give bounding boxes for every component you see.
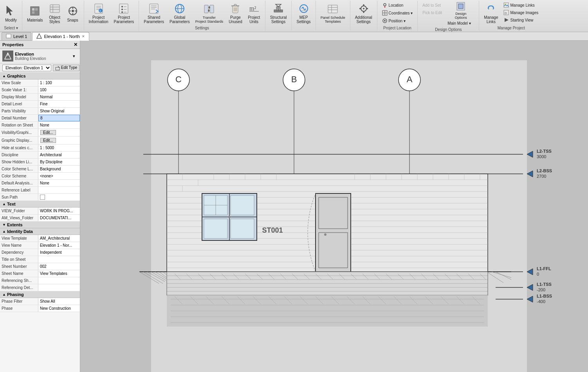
svg-rect-130 — [231, 195, 254, 215]
position-label: Position ▾ — [389, 19, 406, 23]
starting-view-button[interactable]: Starting View — [501, 16, 541, 23]
add-to-set-button[interactable]: Add to Set — [420, 2, 444, 9]
tab-close-elevation1[interactable]: ✕ — [82, 34, 85, 38]
svg-rect-68 — [458, 4, 463, 9]
project-info-label: ProjectInformation — [89, 15, 108, 24]
object-styles-icon — [49, 3, 61, 14]
main-model-label: Main Model ▾ — [447, 21, 471, 25]
global-parameters-button[interactable]: GlobalParameters — [167, 2, 192, 25]
purge-unused-button[interactable]: PurgeUnused — [226, 2, 244, 25]
section-identity[interactable]: ▲ Identity Data — [0, 228, 80, 235]
graphic-display-edit-btn[interactable]: Edit... — [40, 138, 56, 143]
section-text[interactable]: ▲ Text — [0, 201, 80, 208]
tab-level1-label: Level 1 — [13, 34, 27, 39]
prop-sheet-number: Sheet Number002 — [0, 263, 80, 270]
structural-settings-button[interactable]: StructuralSettings — [268, 2, 289, 25]
starting-view-icon — [503, 17, 509, 23]
prop-view-scale: View Scale1 : 100 — [0, 79, 80, 87]
ribbon-group-design-options: Add to Set Pick to Edit DesignOptions Ma… — [418, 1, 479, 31]
starting-view-label: Starting View — [510, 18, 533, 22]
prop-scale-value: Scale Value 1:100 — [0, 87, 80, 94]
visibility-edit-btn[interactable]: Edit... — [40, 130, 56, 135]
type-dropdown-arrow[interactable]: ▾ — [73, 54, 78, 59]
prop-view-folder: VIEW_FolderWORK IN PROG... — [0, 208, 80, 215]
svg-text:L1-BSS: L1-BSS — [537, 294, 552, 298]
properties-header: Properties ✕ — [0, 41, 80, 49]
structural-icon — [272, 3, 285, 14]
purge-icon — [229, 3, 242, 14]
elevation-instance-select[interactable]: Elevation: Elevation 1 — [2, 65, 51, 71]
section-graphics[interactable]: ▲ Graphics — [0, 73, 80, 79]
mep-settings-button[interactable]: MEPSettings — [294, 2, 313, 25]
main-model-dropdown[interactable]: Main Model ▾ — [445, 20, 476, 27]
additional-settings-button[interactable]: AdditionalSettings — [353, 2, 375, 25]
svg-rect-1 — [31, 7, 39, 15]
prop-view-template: View TemplateAM_Architectural — [0, 235, 80, 242]
prop-default-analysis: Default Analysis...None — [0, 180, 80, 187]
manage-links-button[interactable]: ManageLinks — [482, 2, 500, 25]
additional-icon — [357, 3, 370, 14]
location-button[interactable]: Location — [380, 2, 415, 9]
project-units-label: ProjectUnits — [248, 15, 260, 24]
coordinates-icon — [382, 10, 388, 16]
prop-detail-level: Detail LevelFine — [0, 101, 80, 108]
prop-rotation: Rotation on SheetNone — [0, 122, 80, 129]
shared-params-icon — [148, 3, 160, 14]
section-phasing[interactable]: ▲ Phasing — [0, 291, 80, 298]
coordinates-button[interactable]: Coordinates ▾ — [380, 9, 415, 16]
shared-parameters-button[interactable]: SharedParameters — [141, 2, 166, 25]
prop-hide-at-scales: Hide at scales c...1 : 5000 — [0, 144, 80, 152]
object-styles-button[interactable]: ObjectStyles — [46, 2, 63, 25]
select-group-label[interactable]: Select ▾ — [4, 25, 18, 30]
prop-phase-filter: Phase FilterShow All — [0, 298, 80, 305]
svg-rect-47 — [279, 7, 280, 11]
canvas-area[interactable]: C B A — [80, 41, 588, 372]
edit-type-button[interactable]: Edit Type — [53, 65, 79, 71]
manage-links-label: ManageLinks — [484, 15, 498, 24]
manage-images-button[interactable]: Manage Links — [501, 2, 541, 9]
section-graphics-label: Graphics — [7, 74, 26, 78]
position-icon — [382, 18, 388, 23]
svg-rect-6 — [50, 5, 60, 13]
section-extents[interactable]: ▼ Extents — [0, 222, 80, 228]
type-icon — [2, 51, 13, 61]
svg-text:C: C — [175, 74, 182, 84]
tab-level1[interactable]: Level 1 — [2, 32, 31, 40]
materials-button[interactable]: Materials — [25, 2, 45, 25]
project-information-button[interactable]: i ProjectInformation — [87, 2, 111, 25]
purge-label: PurgeUnused — [229, 15, 242, 24]
tab-elevation1[interactable]: Elevation 1 - North ✕ — [32, 32, 89, 41]
svg-rect-2 — [32, 8, 34, 11]
location-col: Location Coordinates ▾ Position ▾ — [380, 2, 415, 24]
shared-params-label: SharedParameters — [144, 15, 164, 24]
decal-types-button[interactable]: D Manage Images — [501, 9, 541, 16]
position-button[interactable]: Position ▾ — [380, 17, 415, 24]
properties-close-button[interactable]: ✕ — [74, 42, 78, 47]
svg-point-27 — [121, 11, 123, 13]
location-icon — [382, 2, 388, 8]
manage-links-icon — [485, 3, 497, 14]
panel-schedule-button[interactable]: Panel ScheduleTemplates — [318, 2, 348, 25]
sun-path-checkbox[interactable] — [40, 195, 45, 200]
project-units-button[interactable]: m² ProjectUnits — [245, 2, 263, 25]
svg-text:A: A — [407, 74, 413, 84]
transfer-standards-button[interactable]: TransferProject Standards — [193, 2, 226, 25]
modify-button[interactable]: Modify — [2, 2, 20, 25]
modify-icon — [5, 5, 17, 17]
pick-to-edit-button[interactable]: Pick to Edit — [420, 9, 444, 16]
svg-point-20 — [99, 9, 103, 13]
ribbon-group-manage-project: ManageLinks Manage Links D Manage Images… — [479, 1, 543, 31]
design-options-button[interactable]: DesignOptions — [445, 2, 476, 19]
project-parameters-button[interactable]: ProjectParameters — [112, 2, 137, 25]
snaps-button[interactable]: Snaps — [64, 2, 81, 25]
decal-types-label: Manage Images — [510, 11, 538, 15]
svg-marker-48 — [276, 4, 281, 7]
svg-marker-73 — [505, 18, 509, 22]
panel-schedule-label: Panel ScheduleTemplates — [321, 16, 345, 23]
instance-row: Elevation: Elevation 1 Edit Type — [0, 63, 80, 73]
prop-sun-path: Sun Path — [0, 194, 80, 201]
mep-icon — [298, 3, 310, 14]
svg-text:B: B — [291, 74, 297, 84]
svg-point-25 — [121, 9, 123, 10]
svg-point-11 — [72, 10, 74, 12]
